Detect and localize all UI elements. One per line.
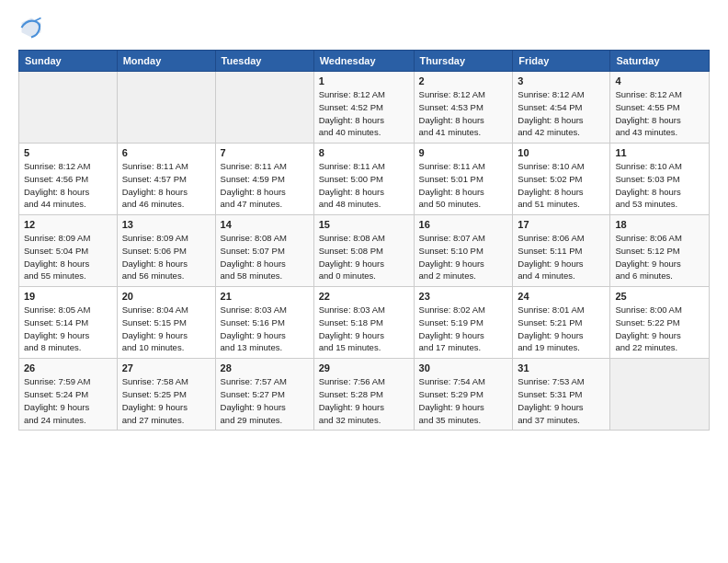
- calendar-cell: 24Sunrise: 8:01 AM Sunset: 5:21 PM Dayli…: [513, 287, 610, 359]
- calendar-cell: [19, 72, 118, 144]
- day-number: 15: [319, 219, 409, 230]
- calendar-cell: [610, 359, 710, 431]
- calendar-cell: 4Sunrise: 8:12 AM Sunset: 4:55 PM Daylig…: [610, 72, 710, 144]
- calendar-cell: 2Sunrise: 8:12 AM Sunset: 4:53 PM Daylig…: [414, 72, 513, 144]
- day-info: Sunrise: 8:10 AM Sunset: 5:03 PM Dayligh…: [615, 160, 704, 211]
- col-header-thursday: Thursday: [414, 51, 513, 72]
- day-info: Sunrise: 8:08 AM Sunset: 5:07 PM Dayligh…: [221, 232, 309, 282]
- day-info: Sunrise: 8:03 AM Sunset: 5:16 PM Dayligh…: [221, 304, 309, 354]
- week-row-1: 5Sunrise: 8:12 AM Sunset: 4:56 PM Daylig…: [19, 144, 710, 215]
- day-info: Sunrise: 8:03 AM Sunset: 5:18 PM Dayligh…: [319, 304, 409, 354]
- day-info: Sunrise: 8:09 AM Sunset: 5:06 PM Dayligh…: [122, 232, 210, 282]
- day-info: Sunrise: 7:54 AM Sunset: 5:29 PM Dayligh…: [419, 375, 508, 426]
- calendar-cell: 15Sunrise: 8:08 AM Sunset: 5:08 PM Dayli…: [313, 215, 414, 287]
- day-number: 31: [518, 362, 605, 373]
- day-info: Sunrise: 8:10 AM Sunset: 5:02 PM Dayligh…: [518, 160, 605, 211]
- week-row-3: 19Sunrise: 8:05 AM Sunset: 5:14 PM Dayli…: [19, 287, 710, 359]
- day-number: 28: [221, 362, 309, 373]
- day-info: Sunrise: 8:05 AM Sunset: 5:14 PM Dayligh…: [24, 304, 112, 354]
- day-number: 10: [518, 147, 605, 158]
- calendar-cell: 14Sunrise: 8:08 AM Sunset: 5:07 PM Dayli…: [215, 215, 313, 287]
- day-info: Sunrise: 8:00 AM Sunset: 5:22 PM Dayligh…: [615, 304, 704, 354]
- day-info: Sunrise: 8:08 AM Sunset: 5:08 PM Dayligh…: [319, 232, 409, 282]
- col-header-monday: Monday: [117, 51, 215, 72]
- day-info: Sunrise: 8:02 AM Sunset: 5:19 PM Dayligh…: [419, 304, 508, 354]
- day-info: Sunrise: 7:58 AM Sunset: 5:25 PM Dayligh…: [122, 375, 210, 426]
- calendar-cell: 18Sunrise: 8:06 AM Sunset: 5:12 PM Dayli…: [610, 215, 710, 287]
- col-header-saturday: Saturday: [610, 51, 710, 72]
- calendar-cell: 5Sunrise: 8:12 AM Sunset: 4:56 PM Daylig…: [19, 144, 118, 215]
- day-info: Sunrise: 7:53 AM Sunset: 5:31 PM Dayligh…: [518, 375, 605, 426]
- calendar-table: SundayMondayTuesdayWednesdayThursdayFrid…: [18, 50, 710, 431]
- day-number: 14: [221, 219, 309, 230]
- week-row-2: 12Sunrise: 8:09 AM Sunset: 5:04 PM Dayli…: [19, 215, 710, 287]
- calendar-cell: 10Sunrise: 8:10 AM Sunset: 5:02 PM Dayli…: [513, 144, 610, 215]
- calendar-cell: 26Sunrise: 7:59 AM Sunset: 5:24 PM Dayli…: [19, 359, 118, 431]
- day-number: 8: [319, 147, 409, 158]
- calendar-cell: 6Sunrise: 8:11 AM Sunset: 4:57 PM Daylig…: [117, 144, 215, 215]
- col-header-tuesday: Tuesday: [215, 51, 313, 72]
- day-info: Sunrise: 8:11 AM Sunset: 5:00 PM Dayligh…: [319, 160, 409, 211]
- calendar-cell: 20Sunrise: 8:04 AM Sunset: 5:15 PM Dayli…: [117, 287, 215, 359]
- calendar-cell: 27Sunrise: 7:58 AM Sunset: 5:25 PM Dayli…: [117, 359, 215, 431]
- day-info: Sunrise: 8:01 AM Sunset: 5:21 PM Dayligh…: [518, 304, 605, 354]
- calendar-cell: 29Sunrise: 7:56 AM Sunset: 5:28 PM Dayli…: [313, 359, 414, 431]
- calendar-cell: 17Sunrise: 8:06 AM Sunset: 5:11 PM Dayli…: [513, 215, 610, 287]
- day-number: 29: [319, 362, 409, 373]
- day-number: 4: [615, 75, 704, 86]
- calendar-cell: 13Sunrise: 8:09 AM Sunset: 5:06 PM Dayli…: [117, 215, 215, 287]
- calendar-header-row: SundayMondayTuesdayWednesdayThursdayFrid…: [19, 51, 710, 72]
- calendar-cell: [117, 72, 215, 144]
- day-number: 11: [615, 147, 704, 158]
- day-number: 12: [24, 219, 112, 230]
- calendar-cell: 3Sunrise: 8:12 AM Sunset: 4:54 PM Daylig…: [513, 72, 610, 144]
- day-info: Sunrise: 8:06 AM Sunset: 5:11 PM Dayligh…: [518, 232, 605, 282]
- day-number: 2: [419, 75, 508, 86]
- day-number: 18: [615, 219, 704, 230]
- col-header-sunday: Sunday: [19, 51, 118, 72]
- day-number: 27: [122, 362, 210, 373]
- day-number: 16: [419, 219, 508, 230]
- day-info: Sunrise: 7:59 AM Sunset: 5:24 PM Dayligh…: [24, 375, 112, 426]
- day-number: 23: [419, 291, 508, 302]
- day-number: 20: [122, 291, 210, 302]
- day-info: Sunrise: 8:12 AM Sunset: 4:53 PM Dayligh…: [419, 88, 508, 139]
- day-info: Sunrise: 8:12 AM Sunset: 4:52 PM Dayligh…: [319, 88, 409, 139]
- day-info: Sunrise: 8:04 AM Sunset: 5:15 PM Dayligh…: [122, 304, 210, 354]
- calendar-cell: 22Sunrise: 8:03 AM Sunset: 5:18 PM Dayli…: [313, 287, 414, 359]
- calendar-cell: 11Sunrise: 8:10 AM Sunset: 5:03 PM Dayli…: [610, 144, 710, 215]
- day-number: 22: [319, 291, 409, 302]
- calendar-cell: 28Sunrise: 7:57 AM Sunset: 5:27 PM Dayli…: [215, 359, 313, 431]
- day-number: 19: [24, 291, 112, 302]
- page-header: [18, 15, 710, 40]
- day-number: 25: [615, 291, 704, 302]
- day-number: 9: [419, 147, 508, 158]
- calendar-cell: [215, 72, 313, 144]
- calendar-cell: 23Sunrise: 8:02 AM Sunset: 5:19 PM Dayli…: [414, 287, 513, 359]
- day-info: Sunrise: 8:12 AM Sunset: 4:55 PM Dayligh…: [615, 88, 704, 139]
- calendar-cell: 12Sunrise: 8:09 AM Sunset: 5:04 PM Dayli…: [19, 215, 118, 287]
- day-info: Sunrise: 8:11 AM Sunset: 5:01 PM Dayligh…: [419, 160, 508, 211]
- day-info: Sunrise: 8:06 AM Sunset: 5:12 PM Dayligh…: [615, 232, 704, 282]
- calendar-cell: 9Sunrise: 8:11 AM Sunset: 5:01 PM Daylig…: [414, 144, 513, 215]
- calendar-cell: 16Sunrise: 8:07 AM Sunset: 5:10 PM Dayli…: [414, 215, 513, 287]
- logo-icon: [18, 15, 44, 40]
- calendar-cell: 1Sunrise: 8:12 AM Sunset: 4:52 PM Daylig…: [313, 72, 414, 144]
- logo: [18, 15, 48, 40]
- week-row-4: 26Sunrise: 7:59 AM Sunset: 5:24 PM Dayli…: [19, 359, 710, 431]
- day-number: 5: [24, 147, 112, 158]
- day-number: 17: [518, 219, 605, 230]
- day-number: 1: [319, 75, 409, 86]
- day-info: Sunrise: 8:11 AM Sunset: 4:59 PM Dayligh…: [221, 160, 309, 211]
- calendar-cell: 31Sunrise: 7:53 AM Sunset: 5:31 PM Dayli…: [513, 359, 610, 431]
- calendar-cell: 7Sunrise: 8:11 AM Sunset: 4:59 PM Daylig…: [215, 144, 313, 215]
- calendar-cell: 21Sunrise: 8:03 AM Sunset: 5:16 PM Dayli…: [215, 287, 313, 359]
- day-info: Sunrise: 8:12 AM Sunset: 4:54 PM Dayligh…: [518, 88, 605, 139]
- col-header-wednesday: Wednesday: [313, 51, 414, 72]
- day-number: 7: [221, 147, 309, 158]
- day-number: 30: [419, 362, 508, 373]
- day-info: Sunrise: 8:07 AM Sunset: 5:10 PM Dayligh…: [419, 232, 508, 282]
- calendar-cell: 8Sunrise: 8:11 AM Sunset: 5:00 PM Daylig…: [313, 144, 414, 215]
- calendar-cell: 19Sunrise: 8:05 AM Sunset: 5:14 PM Dayli…: [19, 287, 118, 359]
- day-number: 6: [122, 147, 210, 158]
